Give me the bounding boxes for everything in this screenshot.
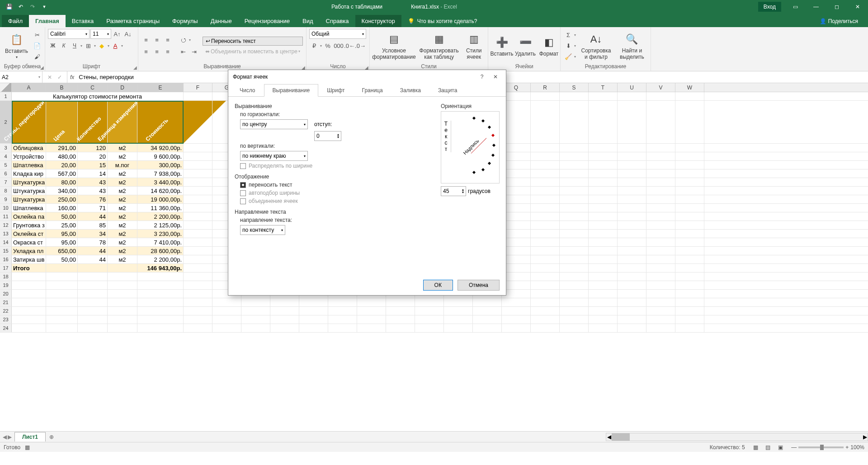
cell[interactable]: 44 <box>78 247 108 255</box>
cell[interactable] <box>589 178 618 186</box>
cell[interactable]: м2 <box>108 204 137 212</box>
cell[interactable] <box>618 298 646 306</box>
cell[interactable] <box>184 298 212 306</box>
cell[interactable]: Оклейка ст <box>12 230 46 238</box>
increase-font-icon[interactable]: A↑ <box>112 29 122 39</box>
cell[interactable] <box>560 307 589 315</box>
cell[interactable]: 50,00 <box>46 212 78 221</box>
cell[interactable]: м2 <box>108 187 137 195</box>
tab-insert[interactable]: Вставка <box>66 15 100 27</box>
row-header[interactable]: 12 <box>0 221 12 229</box>
cell[interactable]: Штукатурка <box>12 178 46 186</box>
cell[interactable] <box>184 178 212 186</box>
cell[interactable] <box>618 204 646 212</box>
cell[interactable] <box>531 152 560 160</box>
cell[interactable] <box>444 315 473 324</box>
cell[interactable]: Облицовка <box>12 144 46 152</box>
cell[interactable] <box>46 315 78 324</box>
cell[interactable] <box>108 272 137 281</box>
cell[interactable] <box>108 264 137 272</box>
cell[interactable] <box>646 178 675 186</box>
row-header[interactable]: 8 <box>0 187 12 195</box>
select-all-corner[interactable] <box>0 83 12 92</box>
cell[interactable]: 20 <box>78 152 108 160</box>
cell[interactable] <box>212 307 241 315</box>
table-header-cell[interactable]: Стены, перегородки <box>12 101 46 143</box>
cell[interactable] <box>184 272 212 281</box>
col-header-R[interactable]: R <box>531 83 560 92</box>
cell[interactable] <box>560 230 589 238</box>
cell[interactable] <box>184 195 212 203</box>
cell[interactable] <box>675 281 704 289</box>
cell[interactable] <box>46 298 78 306</box>
ribbon-options-icon[interactable]: ▭ <box>785 0 806 14</box>
name-box-input[interactable] <box>2 74 29 80</box>
cell[interactable]: 50,00 <box>46 255 78 263</box>
title-cell[interactable]: Калькулятор стоимости ремонта <box>12 92 184 100</box>
cell[interactable] <box>646 290 675 298</box>
degrees-spinner[interactable]: 45▴▾ <box>441 186 466 196</box>
wrap-text-button[interactable]: ↩ Переносить текст <box>203 37 303 46</box>
cell[interactable]: м2 <box>108 247 137 255</box>
cell[interactable] <box>531 92 560 100</box>
row-header[interactable]: 18 <box>0 272 12 281</box>
align-middle-icon[interactable]: ≡ <box>152 35 162 45</box>
cell[interactable]: 160,00 <box>46 204 78 212</box>
cell[interactable] <box>137 290 184 298</box>
cell[interactable]: 80,00 <box>46 178 78 186</box>
cell[interactable]: 567,00 <box>46 169 78 178</box>
find-select-button[interactable]: 🔍Найти и выделить <box>616 31 648 61</box>
cell[interactable] <box>646 152 675 160</box>
cell[interactable] <box>415 307 444 315</box>
font-size-select[interactable]: 11▾ <box>90 29 111 39</box>
table-header-cell[interactable]: Единица измерения <box>108 101 137 143</box>
cell[interactable] <box>646 92 675 100</box>
ok-button[interactable]: ОК <box>423 280 453 291</box>
cell[interactable] <box>675 195 704 203</box>
dialog-tab-alignment[interactable]: Выравнивание <box>264 84 319 97</box>
table-header-cell[interactable]: Цена <box>46 101 78 143</box>
italic-icon[interactable]: К <box>59 41 69 51</box>
cell[interactable]: м2 <box>108 178 137 186</box>
orientation-vertical-text[interactable]: Текст <box>443 121 451 152</box>
col-header-S[interactable]: S <box>560 83 589 92</box>
wrap-text-checkbox[interactable]: ■переносить текст <box>240 182 432 188</box>
cell[interactable] <box>386 324 415 332</box>
cell[interactable]: Устройство <box>12 152 46 160</box>
cell[interactable] <box>357 307 386 315</box>
row-header[interactable]: 11 <box>0 212 12 221</box>
cell[interactable] <box>78 298 108 306</box>
cell[interactable] <box>212 315 241 324</box>
cell[interactable] <box>589 212 618 221</box>
cell[interactable] <box>646 187 675 195</box>
cell[interactable] <box>12 281 46 289</box>
cell[interactable]: 20,00 <box>46 161 78 169</box>
cell[interactable]: м2 <box>108 221 137 229</box>
cell[interactable] <box>502 298 531 306</box>
cell[interactable]: м2 <box>108 195 137 203</box>
cell[interactable]: Оклейка па <box>12 212 46 221</box>
cell[interactable] <box>675 255 704 263</box>
text-direction-select[interactable]: по контексту▾ <box>240 225 285 235</box>
cell[interactable] <box>589 264 618 272</box>
cell[interactable] <box>618 212 646 221</box>
dialog-tab-number[interactable]: Число <box>231 84 264 97</box>
row-header[interactable]: 21 <box>0 298 12 306</box>
cell[interactable]: 15 <box>78 161 108 169</box>
dialog-tab-font[interactable]: Шрифт <box>318 84 353 97</box>
tab-file[interactable]: Файл <box>2 15 29 27</box>
cell[interactable] <box>184 238 212 246</box>
cell[interactable] <box>270 324 299 332</box>
cell[interactable] <box>589 307 618 315</box>
cell[interactable] <box>560 169 589 178</box>
col-header-V[interactable]: V <box>646 83 675 92</box>
cell[interactable] <box>184 281 212 289</box>
cell[interactable] <box>46 272 78 281</box>
cell[interactable] <box>78 264 108 272</box>
cell[interactable] <box>531 187 560 195</box>
cell[interactable] <box>241 298 270 306</box>
cell[interactable] <box>560 178 589 186</box>
cell[interactable] <box>560 324 589 332</box>
cell[interactable] <box>444 307 473 315</box>
sheet-tab[interactable]: Лист1 <box>14 432 46 442</box>
